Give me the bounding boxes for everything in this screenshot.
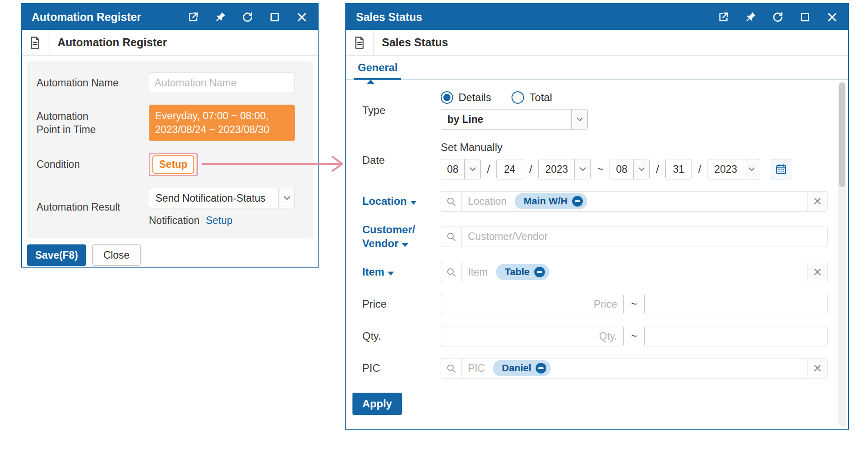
close-icon[interactable] <box>296 11 308 23</box>
item-search-input[interactable]: Item Table <box>441 262 827 282</box>
maximize-icon[interactable] <box>269 11 281 23</box>
range-tilde: ~ <box>631 298 637 310</box>
clear-icon[interactable] <box>807 191 827 211</box>
price-row: Price ~ <box>346 294 848 314</box>
pic-search-input[interactable]: PIC Daniel <box>441 358 827 378</box>
chevron-down-icon[interactable] <box>278 188 295 208</box>
refresh-icon[interactable] <box>242 11 254 23</box>
sales-status-window: Sales Status Sales Status General <box>345 3 849 430</box>
calendar-button[interactable] <box>771 159 791 179</box>
page-title: Automation Register <box>57 36 167 49</box>
search-icon <box>441 191 462 211</box>
chevron-down-icon[interactable] <box>464 159 480 179</box>
page-title: Sales Status <box>382 36 448 49</box>
automation-name-input[interactable] <box>149 73 295 93</box>
to-year-select[interactable] <box>708 159 760 179</box>
notification-setup-link[interactable]: Setup <box>206 215 233 227</box>
condition-setup-button[interactable]: Setup <box>152 155 194 174</box>
pic-label: PIC <box>362 362 441 375</box>
remove-tag-icon[interactable] <box>572 196 583 207</box>
remove-tag-icon[interactable] <box>536 363 546 374</box>
placeholder-text: PIC <box>468 362 485 374</box>
automation-result-label: Automation Result <box>37 200 149 214</box>
price-label: Price <box>362 297 441 311</box>
range-tilde: ~ <box>631 330 637 342</box>
automation-register-window: Automation Register Automation Register <box>21 3 319 268</box>
automation-result-row: Automation Result Send Notification-Stat… <box>37 188 303 227</box>
item-label[interactable]: Item <box>362 265 441 279</box>
price-to-input[interactable] <box>644 294 827 314</box>
maximize-icon[interactable] <box>799 11 811 23</box>
price-range: ~ <box>441 294 827 314</box>
annotation-highlight: Setup <box>149 153 198 176</box>
item-row: Item Item Table <box>346 262 848 282</box>
chevron-down-icon[interactable] <box>574 159 590 179</box>
annotation-arrow <box>201 154 348 174</box>
clear-icon[interactable] <box>807 262 827 282</box>
scrollbar-thumb[interactable] <box>839 82 845 187</box>
from-month-select[interactable] <box>441 159 481 179</box>
search-icon <box>441 227 462 247</box>
to-year-input[interactable] <box>708 159 744 179</box>
date-range-tilde: ~ <box>597 163 603 175</box>
date-separator: / <box>529 163 532 175</box>
placeholder-text: Item <box>468 266 488 278</box>
customer-vendor-label[interactable]: Customer/ Vendor <box>362 223 441 250</box>
close-button[interactable]: Close <box>92 244 141 266</box>
point-in-time-row: Automation Point in Time Everyday, 07:00… <box>37 105 303 141</box>
clear-icon[interactable] <box>807 358 827 378</box>
tag-label: Table <box>505 266 530 278</box>
placeholder-text: Location <box>468 195 507 207</box>
save-button[interactable]: Save(F8) <box>27 244 86 266</box>
automation-result-select[interactable]: Send Notification-Status <box>149 188 295 208</box>
tab-general[interactable]: General <box>354 61 401 79</box>
radio-details[interactable]: Details <box>441 91 491 104</box>
calendar-icon <box>775 163 787 175</box>
chevron-down-icon[interactable] <box>633 159 649 179</box>
type-by-line-select[interactable]: by Line <box>441 109 588 130</box>
from-year-select[interactable] <box>538 159 591 179</box>
from-month-input[interactable] <box>441 159 464 179</box>
date-separator: / <box>698 163 701 175</box>
radio-selected-icon <box>441 91 453 104</box>
location-search-input[interactable]: Location Main W/H <box>441 191 827 211</box>
apply-button[interactable]: Apply <box>352 393 402 415</box>
sales-header: Sales Status <box>346 30 848 56</box>
chevron-down-icon[interactable] <box>571 110 587 129</box>
pin-icon[interactable] <box>214 11 226 23</box>
from-year-input[interactable] <box>539 159 574 179</box>
price-from-input[interactable] <box>441 294 624 314</box>
chevron-down-icon[interactable] <box>744 159 760 179</box>
radio-total[interactable]: Total <box>512 91 552 104</box>
close-icon[interactable] <box>826 11 838 23</box>
to-day-input[interactable] <box>665 159 692 179</box>
open-new-window-icon[interactable] <box>187 11 199 23</box>
qty-to-input[interactable] <box>644 326 827 346</box>
condition-label: Condition <box>37 158 149 171</box>
to-month-input[interactable] <box>610 159 633 179</box>
to-month-select[interactable] <box>610 159 650 179</box>
radio-total-label: Total <box>529 91 552 104</box>
document-icon <box>28 30 49 55</box>
item-tag: Table <box>496 264 549 280</box>
remove-tag-icon[interactable] <box>534 267 545 277</box>
from-day-input[interactable] <box>496 159 523 179</box>
pic-tag: Daniel <box>493 360 551 376</box>
point-in-time-label: Automation Point in Time <box>37 110 149 137</box>
placeholder-text: Customer/Vendor <box>468 231 548 243</box>
point-in-time-value[interactable]: Everyday, 07:00 ~ 08:00, 2023/08/24 ~ 20… <box>149 105 295 141</box>
date-controls: Set Manually / / ~ <box>441 141 827 179</box>
refresh-icon[interactable] <box>772 11 784 23</box>
qty-from-input[interactable] <box>441 326 624 346</box>
scrollbar[interactable] <box>838 81 846 427</box>
type-controls: Details Total by Line <box>441 91 827 130</box>
date-row: Date Set Manually / / ~ <box>346 141 848 179</box>
tag-label: Main W/H <box>524 195 568 207</box>
pin-icon[interactable] <box>745 11 757 23</box>
open-new-window-icon[interactable] <box>717 11 729 23</box>
location-label[interactable]: Location <box>362 195 441 208</box>
customer-vendor-search-input[interactable]: Customer/Vendor <box>441 227 827 247</box>
radio-unselected-icon <box>512 91 524 104</box>
date-mode-label: Set Manually <box>441 141 827 154</box>
automation-result-controls: Send Notification-Status Notification Se… <box>149 188 295 227</box>
